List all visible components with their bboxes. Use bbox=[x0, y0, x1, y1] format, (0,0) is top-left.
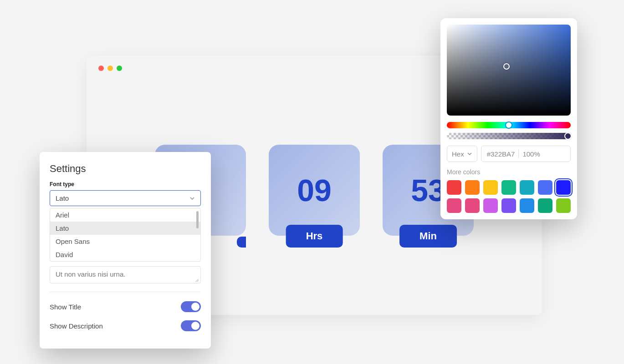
font-option-ariel[interactable]: Ariel bbox=[50, 208, 200, 222]
hue-slider[interactable] bbox=[447, 122, 571, 128]
hex-input[interactable]: #322BA7 100% bbox=[481, 146, 571, 162]
font-option-open-sans[interactable]: Open Sans bbox=[50, 235, 200, 248]
chevron-down-icon bbox=[189, 196, 195, 201]
hue-cursor-icon[interactable] bbox=[505, 121, 512, 129]
color-swatch[interactable] bbox=[501, 180, 516, 195]
color-swatch[interactable] bbox=[483, 180, 498, 195]
font-type-label: Font type bbox=[40, 181, 211, 190]
maximize-icon[interactable] bbox=[117, 66, 122, 71]
minimize-icon[interactable] bbox=[107, 66, 113, 71]
divider bbox=[50, 292, 201, 292]
more-colors-label: More colors bbox=[447, 168, 571, 176]
countdown-value: 09 bbox=[297, 172, 332, 208]
color-picker-panel: Hex #322BA7 100% More colors bbox=[440, 18, 577, 219]
color-swatch[interactable] bbox=[520, 180, 534, 195]
font-option-david[interactable]: David bbox=[50, 248, 200, 261]
countdown-card-hours: 09 Hrs bbox=[269, 145, 360, 236]
sv-cursor-icon[interactable] bbox=[503, 63, 510, 70]
color-swatch[interactable] bbox=[538, 198, 552, 213]
settings-panel: Settings Font type Lato Ariel Lato Open … bbox=[40, 152, 211, 349]
countdown-label: Min bbox=[399, 225, 457, 248]
color-swatch[interactable] bbox=[447, 198, 461, 213]
textarea-value: Ut non varius nisi urna. bbox=[56, 270, 125, 278]
countdown-label: Hrs bbox=[286, 225, 343, 248]
show-description-toggle[interactable] bbox=[181, 320, 201, 331]
color-swatch[interactable] bbox=[501, 198, 516, 213]
font-select[interactable]: Lato bbox=[50, 190, 201, 206]
font-select-value: Lato bbox=[56, 194, 69, 202]
color-swatch[interactable] bbox=[538, 180, 552, 195]
countdown-label bbox=[237, 237, 246, 248]
swatch-grid bbox=[447, 180, 571, 213]
toggle-label: Show Title bbox=[50, 303, 81, 311]
scrollbar[interactable] bbox=[196, 211, 199, 228]
color-swatch[interactable] bbox=[465, 180, 480, 195]
resize-handle-icon[interactable] bbox=[194, 277, 199, 282]
opacity-value: 100% bbox=[522, 150, 540, 158]
format-value: Hex bbox=[452, 150, 464, 158]
chevron-down-icon bbox=[467, 151, 472, 157]
color-swatch[interactable] bbox=[465, 198, 480, 213]
color-swatch[interactable] bbox=[447, 180, 461, 195]
color-swatch[interactable] bbox=[556, 198, 571, 213]
close-icon[interactable] bbox=[98, 66, 104, 71]
show-title-toggle[interactable] bbox=[181, 301, 201, 312]
show-title-row: Show Title bbox=[40, 301, 211, 320]
color-swatch[interactable] bbox=[520, 198, 534, 213]
color-format-select[interactable]: Hex bbox=[447, 146, 477, 162]
saturation-value-canvas[interactable] bbox=[447, 25, 571, 116]
font-option-lato[interactable]: Lato bbox=[50, 222, 200, 235]
alpha-slider[interactable] bbox=[447, 133, 571, 139]
toggle-label: Show Description bbox=[50, 322, 103, 330]
divider bbox=[518, 150, 519, 158]
hex-value: #322BA7 bbox=[487, 150, 515, 158]
alpha-cursor-icon[interactable] bbox=[564, 132, 572, 140]
color-swatch[interactable] bbox=[556, 180, 571, 195]
description-textarea[interactable]: Ut non varius nisi urna. bbox=[50, 266, 201, 283]
settings-title: Settings bbox=[40, 163, 211, 181]
show-description-row: Show Description bbox=[40, 320, 211, 339]
font-dropdown: Ariel Lato Open Sans David bbox=[50, 208, 201, 262]
color-swatch[interactable] bbox=[483, 198, 498, 213]
